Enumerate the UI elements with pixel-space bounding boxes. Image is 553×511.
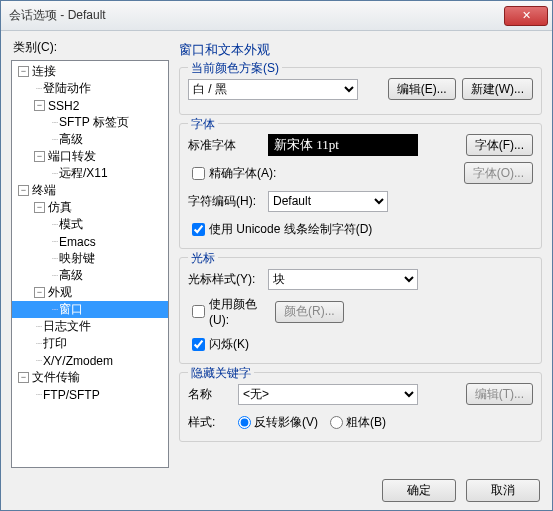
new-scheme-button[interactable]: 新建(W)... xyxy=(462,78,533,100)
right-pane: 窗口和文本外观 当前颜色方案(S) 白 / 黑 编辑(E)... 新建(W)..… xyxy=(169,37,542,472)
group-label: 当前颜色方案(S) xyxy=(188,60,282,77)
encoding-select[interactable]: Default xyxy=(268,191,388,212)
keyword-name-select[interactable]: <无> xyxy=(238,384,418,405)
unicode-lines-label: 使用 Unicode 线条绘制字符(D) xyxy=(209,221,372,238)
font-preview: 新宋体 11pt xyxy=(268,134,418,156)
category-label: 类别(C): xyxy=(13,39,169,56)
tree-node-print[interactable]: ┈打印 xyxy=(12,335,168,352)
window-title: 会话选项 - Default xyxy=(9,7,504,24)
tree-node-advanced2[interactable]: ┈高级 xyxy=(12,267,168,284)
category-tree[interactable]: −连接 ┈登陆动作 −SSH2 ┈SFTP 标签页 ┈高级 −端口转发 ┈远程/… xyxy=(11,60,169,468)
tree-node-port-forward[interactable]: −端口转发 xyxy=(12,148,168,165)
style-label: 样式: xyxy=(188,414,238,431)
expander-icon[interactable]: − xyxy=(18,66,29,77)
group-cursor: 光标 光标样式(Y): 块 使用颜色(U): 颜色(R)... 闪烁(K) xyxy=(179,257,542,364)
color-scheme-select[interactable]: 白 / 黑 xyxy=(188,79,358,100)
tree-node-emulation[interactable]: −仿真 xyxy=(12,199,168,216)
expander-icon[interactable]: − xyxy=(18,185,29,196)
cursor-style-select[interactable]: 块 xyxy=(268,269,418,290)
name-label: 名称 xyxy=(188,386,238,403)
tree-node-appearance[interactable]: −外观 xyxy=(12,284,168,301)
expander-icon[interactable]: − xyxy=(34,151,45,162)
cursor-style-label: 光标样式(Y): xyxy=(188,271,268,288)
dialog-body: 类别(C): −连接 ┈登陆动作 −SSH2 ┈SFTP 标签页 ┈高级 −端口… xyxy=(1,31,552,472)
tree-node-sftp-tab[interactable]: ┈SFTP 标签页 xyxy=(12,114,168,131)
group-font: 字体 标准字体 新宋体 11pt 字体(F)... 精确字体(A): 字体(O)… xyxy=(179,123,542,249)
font-button[interactable]: 字体(F)... xyxy=(466,134,533,156)
left-pane: 类别(C): −连接 ┈登陆动作 −SSH2 ┈SFTP 标签页 ┈高级 −端口… xyxy=(11,37,169,472)
cancel-button[interactable]: 取消 xyxy=(466,479,540,502)
blink-checkbox[interactable] xyxy=(192,338,205,351)
use-color-checkbox[interactable] xyxy=(192,305,205,318)
dialog-buttons: 确定 取消 xyxy=(382,479,540,502)
tree-node-remote-x11[interactable]: ┈远程/X11 xyxy=(12,165,168,182)
tree-node-emacs[interactable]: ┈Emacs xyxy=(12,233,168,250)
ok-button[interactable]: 确定 xyxy=(382,479,456,502)
titlebar[interactable]: 会话选项 - Default ✕ xyxy=(1,1,552,31)
blink-label: 闪烁(K) xyxy=(209,336,249,353)
tree-node-terminal[interactable]: −终端 xyxy=(12,182,168,199)
dialog-window: 会话选项 - Default ✕ 类别(C): −连接 ┈登陆动作 −SSH2 … xyxy=(0,0,553,511)
precise-font-label: 精确字体(A): xyxy=(209,165,276,182)
expander-icon[interactable]: − xyxy=(34,287,45,298)
standard-font-label: 标准字体 xyxy=(188,137,268,154)
group-label: 隐藏关键字 xyxy=(188,365,254,382)
edit-scheme-button[interactable]: 编辑(E)... xyxy=(388,78,456,100)
tree-node-advanced[interactable]: ┈高级 xyxy=(12,131,168,148)
close-button[interactable]: ✕ xyxy=(504,6,548,26)
tree-node-ssh2[interactable]: −SSH2 xyxy=(12,97,168,114)
tree-node-connection[interactable]: −连接 xyxy=(12,63,168,80)
tree-node-window[interactable]: ┈窗口 xyxy=(12,301,168,318)
panel-title: 窗口和文本外观 xyxy=(179,41,542,59)
tree-node-xyzmodem[interactable]: ┈X/Y/Zmodem xyxy=(12,352,168,369)
bold-radio[interactable] xyxy=(330,416,343,429)
expander-icon[interactable]: − xyxy=(34,202,45,213)
edit-keyword-button: 编辑(T)... xyxy=(466,383,533,405)
tree-node-ftp-sftp[interactable]: ┈FTP/SFTP xyxy=(12,386,168,403)
expander-icon[interactable]: − xyxy=(18,372,29,383)
group-hidden-keyword: 隐藏关键字 名称 <无> 编辑(T)... 样式: 反转影像(V) 粗体(B) xyxy=(179,372,542,442)
group-label: 字体 xyxy=(188,116,218,133)
tree-node-file-transfer[interactable]: −文件传输 xyxy=(12,369,168,386)
narrow-font-button: 字体(O)... xyxy=(464,162,533,184)
unicode-lines-checkbox[interactable] xyxy=(192,223,205,236)
precise-font-checkbox[interactable] xyxy=(192,167,205,180)
tree-node-mode[interactable]: ┈模式 xyxy=(12,216,168,233)
group-color-scheme: 当前颜色方案(S) 白 / 黑 编辑(E)... 新建(W)... xyxy=(179,67,542,115)
tree-node-login[interactable]: ┈登陆动作 xyxy=(12,80,168,97)
group-label: 光标 xyxy=(188,250,218,267)
use-color-label: 使用颜色(U): xyxy=(209,296,275,327)
reverse-radio[interactable] xyxy=(238,416,251,429)
expander-icon[interactable]: − xyxy=(34,100,45,111)
tree-node-log[interactable]: ┈日志文件 xyxy=(12,318,168,335)
encoding-label: 字符编码(H): xyxy=(188,193,268,210)
tree-node-keymap[interactable]: ┈映射键 xyxy=(12,250,168,267)
cursor-color-button: 颜色(R)... xyxy=(275,301,344,323)
